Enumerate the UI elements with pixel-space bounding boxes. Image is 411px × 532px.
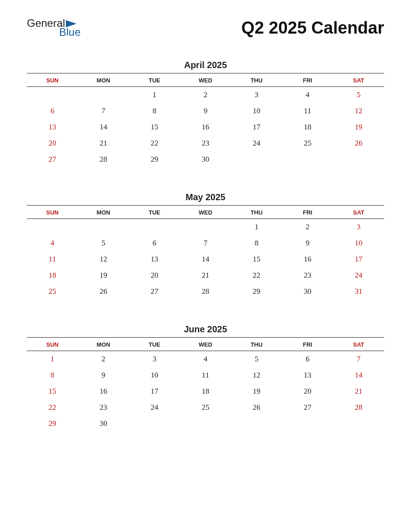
calendar-cell (231, 416, 282, 432)
calendar-cell (333, 151, 384, 167)
calendar-row: 12345 (27, 87, 384, 103)
calendar-cell: 23 (78, 399, 129, 416)
calendar-cell: 21 (180, 267, 231, 283)
calendar-cell: 13 (129, 251, 180, 267)
calendar-cell: 2 (282, 219, 333, 236)
day-header: SAT (333, 206, 384, 219)
month-block: June 2025SUNMONTUEWEDTHUFRISAT1234567891… (27, 324, 384, 432)
calendar-cell: 30 (180, 151, 231, 167)
calendar-cell: 24 (231, 135, 282, 151)
calendar-cell: 8 (129, 103, 180, 119)
day-header: SUN (27, 73, 78, 87)
calendar-row: 11121314151617 (27, 251, 384, 267)
day-header: SAT (333, 338, 384, 351)
day-header: TUE (129, 338, 180, 351)
calendar-cell: 1 (129, 87, 180, 103)
calendar-cell: 10 (129, 367, 180, 383)
calendar-cell: 17 (231, 119, 282, 135)
calendar-cell: 15 (231, 251, 282, 267)
calendar-cell (180, 219, 231, 236)
calendar-cell: 6 (282, 351, 333, 368)
calendar-row: 18192021222324 (27, 267, 384, 283)
calendar-cell: 5 (333, 87, 384, 103)
calendar-row: 13141516171819 (27, 119, 384, 135)
calendar-cell (129, 416, 180, 432)
calendar-cell: 17 (333, 251, 384, 267)
calendar-cell: 28 (78, 151, 129, 167)
month-title: May 2025 (27, 192, 384, 202)
day-header: SAT (333, 73, 384, 87)
calendar-cell: 26 (333, 135, 384, 151)
calendar-cell (231, 151, 282, 167)
calendar-cell: 13 (282, 367, 333, 383)
calendar-cell: 9 (282, 235, 333, 251)
day-header: MON (78, 338, 129, 351)
calendar-row: 25262728293031 (27, 283, 384, 300)
calendar-cell: 12 (333, 103, 384, 119)
calendar-cell: 19 (231, 383, 282, 399)
calendar-cell (282, 151, 333, 167)
calendar-cell: 4 (27, 235, 78, 251)
calendar-cell: 31 (333, 283, 384, 300)
calendar-cell: 29 (129, 151, 180, 167)
month-block: April 2025SUNMONTUEWEDTHUFRISAT123456789… (27, 60, 384, 167)
calendar-container: April 2025SUNMONTUEWEDTHUFRISAT123456789… (27, 60, 384, 432)
calendar-cell: 14 (333, 367, 384, 383)
calendar-cell: 10 (231, 103, 282, 119)
day-header: WED (180, 338, 231, 351)
header: General Blue Q2 2025 Calendar (27, 18, 384, 38)
calendar-table: SUNMONTUEWEDTHUFRISAT1234567891011121314… (27, 205, 384, 300)
calendar-cell: 23 (282, 267, 333, 283)
calendar-cell: 17 (129, 383, 180, 399)
calendar-cell: 9 (180, 103, 231, 119)
calendar-cell: 27 (129, 283, 180, 300)
calendar-cell: 19 (333, 119, 384, 135)
calendar-row: 15161718192021 (27, 383, 384, 399)
day-header: TUE (129, 73, 180, 87)
day-header: THU (231, 73, 282, 87)
calendar-cell: 11 (180, 367, 231, 383)
calendar-cell: 9 (78, 367, 129, 383)
calendar-cell: 22 (231, 267, 282, 283)
day-header: FRI (282, 73, 333, 87)
calendar-cell: 13 (27, 119, 78, 135)
calendar-cell: 21 (78, 135, 129, 151)
calendar-cell (78, 219, 129, 236)
calendar-cell (27, 87, 78, 103)
calendar-cell: 26 (231, 399, 282, 416)
calendar-row: 6789101112 (27, 103, 384, 119)
calendar-cell: 25 (27, 283, 78, 300)
calendar-cell: 18 (27, 267, 78, 283)
calendar-cell: 5 (231, 351, 282, 368)
month-block: May 2025SUNMONTUEWEDTHUFRISAT12345678910… (27, 192, 384, 300)
calendar-row: 2930 (27, 416, 384, 432)
calendar-row: 22232425262728 (27, 399, 384, 416)
month-title: April 2025 (27, 60, 384, 70)
calendar-cell: 29 (231, 283, 282, 300)
calendar-cell: 1 (231, 219, 282, 236)
calendar-cell: 27 (282, 399, 333, 416)
calendar-cell: 16 (282, 251, 333, 267)
calendar-cell: 6 (27, 103, 78, 119)
calendar-cell: 16 (180, 119, 231, 135)
calendar-table: SUNMONTUEWEDTHUFRISAT1234567891011121314… (27, 73, 384, 167)
page-title: Q2 2025 Calendar (241, 18, 384, 38)
calendar-cell (78, 87, 129, 103)
calendar-cell: 16 (78, 383, 129, 399)
calendar-cell: 12 (231, 367, 282, 383)
calendar-row: 27282930 (27, 151, 384, 167)
day-header: SUN (27, 338, 78, 351)
calendar-cell: 24 (129, 399, 180, 416)
calendar-cell: 15 (129, 119, 180, 135)
calendar-cell: 19 (78, 267, 129, 283)
calendar-cell (282, 416, 333, 432)
calendar-cell: 1 (27, 351, 78, 368)
calendar-cell: 24 (333, 267, 384, 283)
calendar-cell (180, 416, 231, 432)
calendar-row: 1234567 (27, 351, 384, 368)
calendar-cell: 5 (78, 235, 129, 251)
logo: General Blue (27, 18, 81, 38)
day-header: MON (78, 73, 129, 87)
calendar-cell: 18 (180, 383, 231, 399)
calendar-cell: 21 (333, 383, 384, 399)
